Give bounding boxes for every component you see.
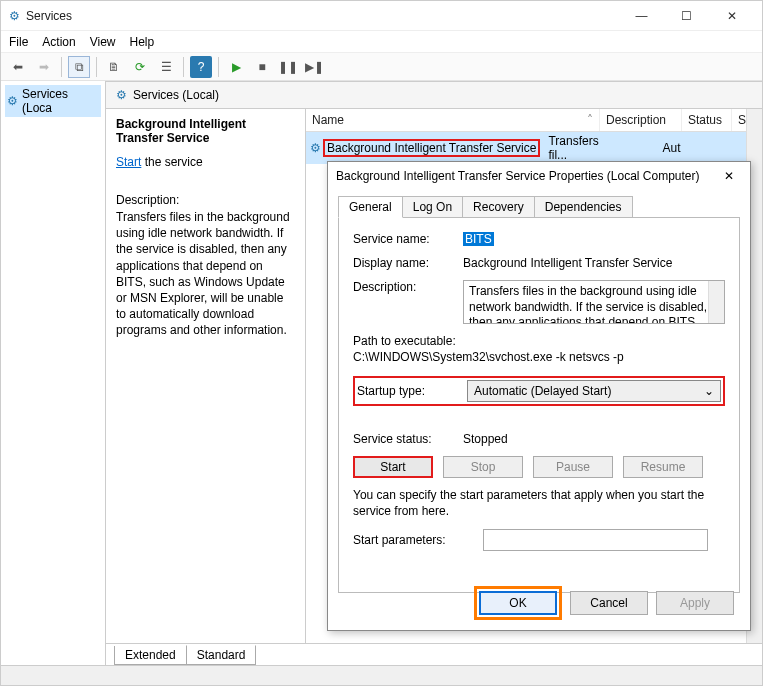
start-button[interactable]: Start — [353, 456, 433, 478]
description-label: Description: — [353, 280, 463, 294]
close-button[interactable]: ✕ — [709, 2, 754, 30]
pause-service-button[interactable]: ❚❚ — [277, 56, 299, 78]
stop-button: Stop — [443, 456, 523, 478]
tab-general[interactable]: General — [338, 196, 403, 218]
maximize-button[interactable]: ☐ — [664, 2, 709, 30]
start-suffix: the service — [141, 155, 202, 169]
menu-help[interactable]: Help — [130, 35, 155, 49]
description-scrollbar[interactable] — [708, 281, 724, 323]
pause-button: Pause — [533, 456, 613, 478]
col-description[interactable]: Description — [600, 109, 682, 131]
start-service-button[interactable]: ▶ — [225, 56, 247, 78]
tree-root-label: Services (Loca — [22, 87, 99, 115]
window-title: Services — [26, 9, 619, 23]
menubar: File Action View Help — [1, 31, 762, 53]
row-start: Aut — [662, 141, 690, 155]
ok-button[interactable]: OK — [479, 591, 557, 615]
chevron-down-icon: ⌄ — [704, 384, 714, 398]
restart-service-button[interactable]: ▶❚ — [303, 56, 325, 78]
cancel-button[interactable]: Cancel — [570, 591, 648, 615]
forward-button[interactable]: ➡ — [33, 56, 55, 78]
toolbar: ⬅ ➡ ⧉ 🗎 ⟳ ☰ ? ▶ ■ ❚❚ ▶❚ — [1, 53, 762, 81]
ok-highlight: OK — [474, 586, 562, 620]
menu-action[interactable]: Action — [42, 35, 75, 49]
menu-file[interactable]: File — [9, 35, 28, 49]
stop-service-button[interactable]: ■ — [251, 56, 273, 78]
tab-standard[interactable]: Standard — [186, 645, 257, 665]
titlebar: ⚙ Services — ☐ ✕ — [1, 1, 762, 31]
minimize-button[interactable]: — — [619, 2, 664, 30]
description-text: Transfers files in the background using … — [116, 209, 295, 339]
service-status-value: Stopped — [463, 432, 725, 446]
menu-view[interactable]: View — [90, 35, 116, 49]
resume-button: Resume — [623, 456, 703, 478]
description-label: Description: — [116, 193, 295, 207]
services-icon: ⚙ — [9, 9, 20, 23]
back-button[interactable]: ⬅ — [7, 56, 29, 78]
center-header-label: Services (Local) — [133, 88, 219, 102]
list-header: Name˄ Description Status Star — [306, 109, 762, 132]
path-label: Path to executable: — [353, 334, 725, 348]
description-textarea[interactable]: Transfers files in the background using … — [463, 280, 725, 324]
col-status[interactable]: Status — [682, 109, 732, 131]
col-name[interactable]: Name˄ — [306, 109, 600, 131]
refresh-button[interactable]: ⟳ — [129, 56, 151, 78]
service-name-value[interactable]: BITS — [463, 232, 494, 246]
start-params-hint: You can specify the start parameters tha… — [353, 488, 725, 519]
service-row-icon: ⚙ — [310, 141, 321, 155]
display-name-value: Background Intelligent Transfer Service — [463, 256, 725, 270]
statusbar — [1, 665, 762, 685]
tab-extended[interactable]: Extended — [114, 646, 187, 665]
selected-service-title: Background Intelligent Transfer Service — [116, 117, 295, 145]
startup-type-combo[interactable]: Automatic (Delayed Start) ⌄ — [467, 380, 721, 402]
dialog-close-button[interactable]: ✕ — [716, 165, 742, 187]
row-name: Background Intelligent Transfer Service — [323, 139, 540, 157]
center-header: ⚙ Services (Local) — [106, 82, 762, 109]
tab-logon[interactable]: Log On — [402, 196, 463, 218]
description-value: Transfers files in the background using … — [469, 284, 707, 324]
properties-button[interactable]: ☰ — [155, 56, 177, 78]
apply-button: Apply — [656, 591, 734, 615]
display-name-label: Display name: — [353, 256, 463, 270]
path-value: C:\WINDOWS\System32\svchost.exe -k netsv… — [353, 350, 725, 364]
start-params-input[interactable] — [483, 529, 708, 551]
start-params-label: Start parameters: — [353, 533, 483, 547]
tree-pane: ⚙ Services (Loca — [1, 81, 106, 665]
startup-type-label: Startup type: — [357, 384, 467, 398]
properties-dialog: Background Intelligent Transfer Service … — [327, 161, 751, 631]
service-name-label: Service name: — [353, 232, 463, 246]
startup-type-value: Automatic (Delayed Start) — [474, 384, 611, 398]
services-icon: ⚙ — [116, 88, 127, 102]
services-icon: ⚙ — [7, 94, 18, 108]
service-status-label: Service status: — [353, 432, 463, 446]
bottom-tabs: Extended Standard — [106, 643, 762, 665]
start-service-link[interactable]: Start — [116, 155, 141, 169]
list-row-selected[interactable]: ⚙ Background Intelligent Transfer Servic… — [306, 132, 762, 164]
tree-root[interactable]: ⚙ Services (Loca — [5, 85, 101, 117]
tab-dependencies[interactable]: Dependencies — [534, 196, 633, 218]
description-column: Background Intelligent Transfer Service … — [106, 109, 306, 643]
help-button[interactable]: ? — [190, 56, 212, 78]
row-desc: Transfers fil... — [540, 134, 612, 162]
export-button[interactable]: 🗎 — [103, 56, 125, 78]
show-hide-tree-button[interactable]: ⧉ — [68, 56, 90, 78]
sort-icon: ˄ — [587, 113, 593, 127]
dialog-title: Background Intelligent Transfer Service … — [336, 169, 716, 183]
tab-recovery[interactable]: Recovery — [462, 196, 535, 218]
